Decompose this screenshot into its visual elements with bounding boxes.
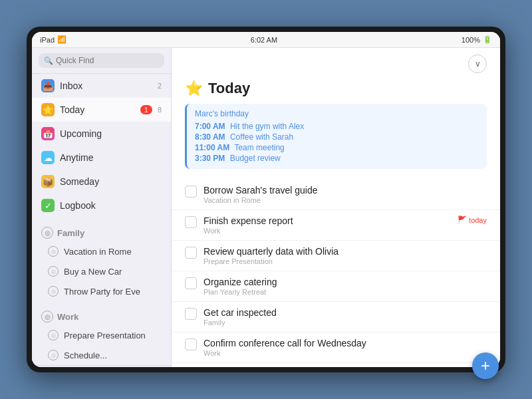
search-icon: 🔍 xyxy=(44,57,53,65)
presentation-icon: ◎ xyxy=(48,330,59,340)
party-icon: ◎ xyxy=(48,286,59,297)
task-subtitle-1: Work xyxy=(203,227,451,235)
wifi-icon: 📶 xyxy=(57,35,66,44)
task-content-0: Borrow Sarah's travel guide Vacation in … xyxy=(203,185,487,204)
task-confirm-conference-call[interactable]: Confirm conference call for Wednesday Wo… xyxy=(172,332,500,363)
party-label: Throw Party for Eve xyxy=(64,287,140,297)
today-star-icon: ⭐ xyxy=(185,80,203,97)
family-label: Family xyxy=(57,228,84,238)
task-checkbox-5[interactable] xyxy=(185,338,197,350)
search-container[interactable]: 🔍 xyxy=(39,53,164,68)
device-frame: iPad 📶 6:02 AM 100% 🔋 🔍 xyxy=(27,27,505,372)
event-time-0: 7:00 AM xyxy=(195,122,225,131)
family-section-icon: ◎ xyxy=(41,227,53,239)
task-finish-expense-report[interactable]: Finish expense report Work 🚩 today xyxy=(172,210,500,241)
today-title: Today xyxy=(208,80,250,97)
chevron-button[interactable]: ∨ xyxy=(468,55,487,73)
schedule-icon: ◎ xyxy=(48,350,59,360)
sidebar-item-inbox[interactable]: 📥 Inbox 2 xyxy=(32,74,171,98)
task-get-car-inspected[interactable]: Get car inspected Family xyxy=(172,302,500,332)
upcoming-icon: 📅 xyxy=(41,127,55,140)
calendar-block: Marc's birthday 7:00 AM Hit the gym with… xyxy=(185,104,487,169)
calendar-event-0: 7:00 AM Hit the gym with Alex xyxy=(195,121,479,132)
sidebar-item-vacation-in-rome[interactable]: ◎ Vacation in Rome xyxy=(32,241,171,261)
sidebar-item-anytime[interactable]: ☁ Anytime xyxy=(32,146,171,170)
search-input[interactable] xyxy=(56,56,159,65)
task-content-5: Confirm conference call for Wednesday Wo… xyxy=(203,338,487,357)
task-subtitle-0: Vacation in Rome xyxy=(203,196,487,204)
evening-section-title: 🌙 This Evening xyxy=(172,363,500,367)
family-section-header: ◎ Family xyxy=(32,217,171,241)
vacation-label: Vacation in Rome xyxy=(64,247,132,257)
task-content-1: Finish expense report Work xyxy=(203,215,451,235)
today-section-title: ⭐ Today xyxy=(172,77,500,104)
event-label-0: Hit the gym with Alex xyxy=(230,122,304,131)
task-content-3: Organize catering Plan Yearly Retreat xyxy=(203,277,487,296)
anytime-label: Anytime xyxy=(60,152,162,163)
app-container: 🔍 📥 Inbox 2 ⭐ Today 1 8 📅 xyxy=(32,48,500,367)
task-borrow-travel-guide[interactable]: Borrow Sarah's travel guide Vacation in … xyxy=(172,180,500,210)
today-red-badge: 1 xyxy=(140,105,152,114)
battery-percent: 100% xyxy=(462,36,480,44)
task-subtitle-4: Family xyxy=(203,319,487,327)
task-checkbox-0[interactable] xyxy=(185,186,197,198)
task-checkbox-3[interactable] xyxy=(185,277,197,289)
task-content-2: Review quarterly data with Olivia Prepar… xyxy=(203,246,487,265)
status-left: iPad 📶 xyxy=(40,35,66,44)
task-title-4: Get car inspected xyxy=(203,307,487,318)
event-label-3: Budget review xyxy=(230,154,281,163)
sidebar-item-someday[interactable]: 📦 Someday xyxy=(32,170,171,194)
presentation-label: Prepare Presentation xyxy=(64,331,146,340)
logbook-label: Logbook xyxy=(60,200,162,211)
someday-icon: 📦 xyxy=(41,175,55,188)
task-flag-1: 🚩 today xyxy=(458,215,487,224)
vacation-icon: ◎ xyxy=(48,246,59,257)
sidebar-footer: + New List ⚙ xyxy=(32,365,171,367)
content-header: ∨ xyxy=(172,48,500,77)
event-time-2: 11:00 AM xyxy=(195,143,229,152)
anytime-icon: ☁ xyxy=(41,151,55,164)
status-time: 6:02 AM xyxy=(251,36,277,44)
flag-icon: 🚩 xyxy=(458,215,467,224)
event-time-3: 3:30 PM xyxy=(195,154,225,163)
car-icon: ◎ xyxy=(48,266,59,277)
inbox-label: Inbox xyxy=(60,80,152,91)
task-subtitle-5: Work xyxy=(203,349,487,357)
sidebar-item-throw-party[interactable]: ◎ Throw Party for Eve xyxy=(32,281,171,301)
status-right: 100% 🔋 xyxy=(462,35,492,44)
task-subtitle-2: Prepare Presentation xyxy=(203,257,487,265)
sidebar-item-buy-new-car[interactable]: ◎ Buy a New Car xyxy=(32,261,171,281)
inbox-badge: 2 xyxy=(158,82,162,90)
sidebar-item-upcoming[interactable]: 📅 Upcoming xyxy=(32,122,171,146)
sidebar-item-schedule[interactable]: ◎ Schedule... xyxy=(32,345,171,365)
calendar-event-3: 3:30 PM Budget review xyxy=(195,153,479,164)
task-checkbox-1[interactable] xyxy=(185,216,197,228)
today-count-badge: 8 xyxy=(158,106,162,114)
calendar-event-2: 11:00 AM Team meeting xyxy=(195,142,479,153)
birthday-event: Marc's birthday xyxy=(195,109,479,118)
car-label: Buy a New Car xyxy=(64,267,122,277)
ipad-label: iPad xyxy=(40,36,55,44)
logbook-icon: ✓ xyxy=(41,199,55,212)
task-organize-catering[interactable]: Organize catering Plan Yearly Retreat xyxy=(172,271,500,302)
inbox-icon: 📥 xyxy=(41,79,55,92)
search-bar: 🔍 xyxy=(32,48,171,74)
sidebar-item-logbook[interactable]: ✓ Logbook xyxy=(32,194,171,217)
upcoming-label: Upcoming xyxy=(60,128,162,139)
today-label: Today xyxy=(60,104,135,115)
device-screen: iPad 📶 6:02 AM 100% 🔋 🔍 xyxy=(32,32,500,367)
sidebar-item-prepare-presentation[interactable]: ◎ Prepare Presentation xyxy=(32,325,171,345)
task-checkbox-4[interactable] xyxy=(185,308,197,320)
task-review-quarterly-data[interactable]: Review quarterly data with Olivia Prepar… xyxy=(172,241,500,271)
schedule-label: Schedule... xyxy=(64,350,107,360)
task-title-5: Confirm conference call for Wednesday xyxy=(203,338,487,348)
sidebar: 🔍 📥 Inbox 2 ⭐ Today 1 8 📅 xyxy=(32,48,172,367)
flag-label: today xyxy=(469,216,487,224)
work-label: Work xyxy=(57,312,78,322)
event-label-1: Coffee with Sarah xyxy=(230,132,293,142)
task-checkbox-2[interactable] xyxy=(185,247,197,259)
battery-icon: 🔋 xyxy=(483,35,492,44)
sidebar-item-today[interactable]: ⭐ Today 1 8 xyxy=(32,98,171,122)
task-title-3: Organize catering xyxy=(203,277,487,287)
task-title-0: Borrow Sarah's travel guide xyxy=(203,185,487,196)
